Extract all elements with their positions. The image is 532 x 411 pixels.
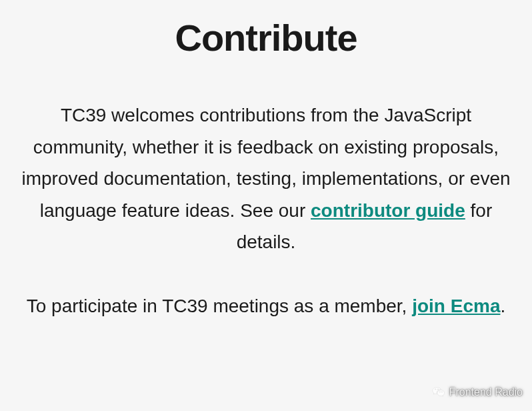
page-heading: Contribute [13, 16, 519, 59]
watermark: Frontend Radio [432, 386, 523, 399]
join-paragraph: To participate in TC39 meetings as a mem… [13, 290, 519, 322]
join-text-before: To participate in TC39 meetings as a mem… [27, 296, 412, 316]
watermark-label: Frontend Radio [449, 386, 523, 398]
join-text-after: . [500, 296, 505, 316]
wechat-icon [432, 386, 445, 399]
join-ecma-link[interactable]: join Ecma [412, 296, 500, 316]
intro-paragraph: TC39 welcomes contributions from the Jav… [13, 99, 519, 258]
contributor-guide-link[interactable]: contributor guide [311, 200, 465, 221]
